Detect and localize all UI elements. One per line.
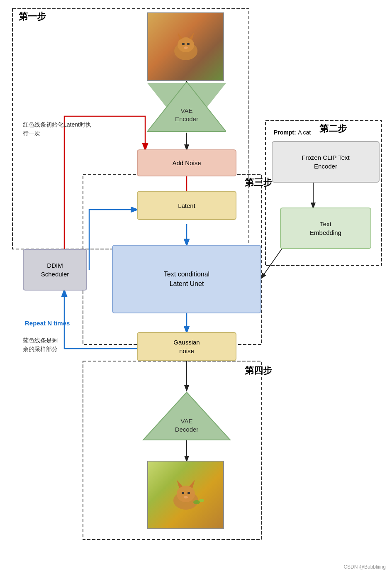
unet-label: Text conditionalLatent Unet <box>164 270 209 288</box>
input-cat-image <box>147 12 224 81</box>
vae-encoder-svg: VAE Encoder <box>147 82 226 134</box>
latent-box: Latent <box>137 191 236 220</box>
svg-point-34 <box>199 499 204 502</box>
repeat-label: Repeat N times <box>25 320 70 327</box>
gaussian-noise-label: Gaussiannoise <box>173 338 200 355</box>
watermark: CSDN @Bubbliiing <box>343 564 386 570</box>
ddim-label: DDIMScheduler <box>41 261 69 278</box>
blue-annotation: 蓝色线条是剩余的采样部分 <box>23 336 89 354</box>
svg-text:VAE: VAE <box>181 107 193 114</box>
svg-marker-19 <box>147 82 226 132</box>
ddim-scheduler-box: DDIMScheduler <box>23 249 87 291</box>
add-noise-label: Add Noise <box>172 159 201 167</box>
svg-point-17 <box>187 43 190 45</box>
svg-point-16 <box>182 43 185 45</box>
step4-label: 第四步 <box>245 364 272 377</box>
svg-point-18 <box>184 46 188 49</box>
gaussian-noise-box: Gaussiannoise <box>137 332 236 361</box>
unet-box: Text conditionalLatent Unet <box>112 245 261 313</box>
svg-marker-28 <box>177 480 183 488</box>
prompt-area: Prompt: A cat <box>274 129 311 136</box>
vae-decoder-svg: VAE Decoder <box>141 390 232 442</box>
svg-point-30 <box>182 492 184 494</box>
svg-text:Encoder: Encoder <box>175 115 198 122</box>
latent-label: Latent <box>178 201 195 210</box>
svg-text:VAE: VAE <box>181 418 193 425</box>
svg-marker-14 <box>178 32 183 40</box>
svg-point-27 <box>177 486 195 502</box>
text-embedding-box: TextEmbedding <box>280 208 371 249</box>
svg-text:Decoder: Decoder <box>175 426 199 433</box>
add-noise-box: Add Noise <box>137 149 236 176</box>
text-embedding-label: TextEmbedding <box>310 220 341 237</box>
step2-label: 第二步 <box>319 122 347 135</box>
step3-label: 第三步 <box>245 176 272 189</box>
prompt-label: Prompt: <box>274 129 296 136</box>
output-cat-image <box>147 461 224 529</box>
step1-label: 第一步 <box>19 10 46 23</box>
svg-marker-15 <box>189 32 194 40</box>
prompt-value: A cat <box>298 129 311 136</box>
svg-point-31 <box>187 492 190 494</box>
diagram-container: 第一步 第二步 第三步 第四步 VAE Encoder Add Noise La… <box>0 0 392 574</box>
svg-point-33 <box>193 500 200 504</box>
svg-point-32 <box>184 496 188 498</box>
red-annotation: 红色线条初始化Latent时执行一次 <box>23 120 91 138</box>
frozen-clip-label: Frozen CLIP TextEncoder <box>302 153 349 171</box>
svg-marker-29 <box>189 480 195 488</box>
frozen-clip-box: Frozen CLIP TextEncoder <box>272 141 380 183</box>
